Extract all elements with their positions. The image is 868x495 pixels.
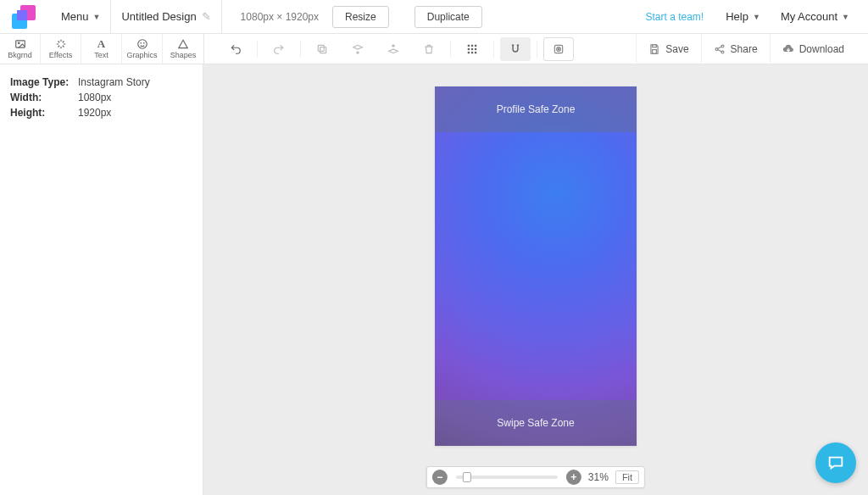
layer-down-button[interactable] bbox=[342, 37, 373, 61]
tab-text[interactable]: A Text bbox=[81, 34, 122, 64]
doc-title-text: Untitled Design bbox=[121, 10, 196, 23]
svg-rect-14 bbox=[471, 51, 473, 53]
image-icon bbox=[14, 38, 26, 50]
tab-shapes[interactable]: Shapes bbox=[163, 34, 203, 64]
body-area: Image Type: Instagram Story Width: 1080p… bbox=[0, 64, 868, 495]
svg-point-18 bbox=[558, 48, 559, 50]
zoom-slider[interactable] bbox=[456, 476, 558, 479]
layer-up-button[interactable] bbox=[378, 37, 409, 61]
tab-label: Text bbox=[94, 51, 108, 59]
account-label: My Account bbox=[781, 10, 837, 23]
dimensions-group: 1080px × 1920px Resize bbox=[221, 0, 399, 34]
prop-label: Image Type: bbox=[10, 76, 78, 88]
share-label: Share bbox=[731, 43, 758, 55]
save-label: Save bbox=[665, 43, 688, 55]
snap-button[interactable] bbox=[500, 37, 531, 61]
save-button[interactable]: Save bbox=[636, 34, 700, 64]
svg-rect-10 bbox=[468, 47, 470, 49]
download-button[interactable]: Download bbox=[770, 34, 856, 64]
design-canvas[interactable]: Profile Safe Zone Swipe Safe Zone bbox=[435, 86, 637, 446]
save-icon bbox=[648, 43, 660, 55]
share-button[interactable]: Share bbox=[701, 34, 770, 64]
download-icon bbox=[782, 43, 794, 55]
help-dropdown[interactable]: Help ▼ bbox=[715, 0, 771, 34]
menu-label: Menu bbox=[61, 10, 89, 23]
svg-rect-13 bbox=[468, 51, 470, 53]
copy-button[interactable] bbox=[307, 37, 337, 61]
right-toolbar: Save Share Download bbox=[636, 34, 868, 64]
share-icon bbox=[714, 43, 726, 55]
svg-point-1 bbox=[18, 42, 19, 44]
prop-value: 1920px bbox=[78, 107, 111, 119]
chevron-down-icon: ▼ bbox=[753, 13, 760, 21]
svg-rect-7 bbox=[468, 44, 470, 46]
zoom-in-button[interactable]: + bbox=[566, 470, 581, 485]
prop-width: Width: 1080px bbox=[10, 92, 192, 103]
tab-label: Bkgrnd bbox=[8, 51, 32, 59]
svg-point-3 bbox=[140, 43, 141, 44]
safe-zone-label: Swipe Safe Zone bbox=[497, 417, 574, 429]
tab-label: Shapes bbox=[170, 51, 197, 59]
tab-label: Graphics bbox=[126, 51, 157, 59]
svg-rect-6 bbox=[318, 45, 324, 51]
undo-button[interactable] bbox=[220, 37, 251, 61]
tab-graphics[interactable]: Graphics bbox=[122, 34, 163, 64]
text-icon: A bbox=[97, 38, 105, 50]
sparkle-icon bbox=[55, 38, 67, 50]
svg-rect-19 bbox=[653, 44, 657, 47]
tab-effects[interactable]: Effects bbox=[41, 34, 81, 64]
help-label: Help bbox=[726, 10, 748, 23]
tab-label: Effects bbox=[49, 51, 72, 59]
safezone-button[interactable] bbox=[543, 37, 574, 61]
svg-rect-8 bbox=[471, 44, 473, 46]
svg-rect-9 bbox=[475, 44, 476, 46]
prop-height: Height: 1920px bbox=[10, 107, 192, 119]
menu-dropdown[interactable]: Menu ▼ bbox=[51, 0, 110, 34]
grid-button[interactable] bbox=[457, 37, 487, 61]
profile-safe-zone: Profile Safe Zone bbox=[435, 86, 637, 132]
svg-rect-11 bbox=[471, 47, 473, 49]
svg-rect-15 bbox=[475, 51, 476, 53]
swipe-safe-zone: Swipe Safe Zone bbox=[435, 400, 637, 446]
tab-bkgrnd[interactable]: Bkgrnd bbox=[0, 34, 41, 64]
chat-icon bbox=[826, 453, 845, 472]
help-chat-button[interactable] bbox=[815, 442, 856, 483]
prop-value: 1080px bbox=[78, 92, 111, 103]
toolbar: Bkgrnd Effects A Text Graphics Shapes bbox=[0, 34, 868, 64]
zoom-value: 31% bbox=[588, 471, 609, 483]
svg-point-4 bbox=[143, 43, 144, 44]
duplicate-button[interactable]: Duplicate bbox=[415, 6, 482, 28]
mid-toolbar bbox=[204, 34, 576, 64]
prop-label: Width: bbox=[10, 92, 78, 103]
prop-image-type: Image Type: Instagram Story bbox=[10, 76, 192, 88]
top-header: Menu ▼ Untitled Design ✎ 1080px × 1920px… bbox=[0, 0, 868, 34]
start-team-link[interactable]: Start a team! bbox=[634, 11, 716, 23]
doc-title-button[interactable]: Untitled Design ✎ bbox=[110, 0, 220, 34]
redo-button[interactable] bbox=[264, 37, 294, 61]
svg-rect-5 bbox=[320, 47, 326, 53]
safe-zone-label: Profile Safe Zone bbox=[497, 103, 576, 115]
chevron-down-icon: ▼ bbox=[842, 13, 849, 21]
app-logo bbox=[12, 5, 36, 29]
properties-panel: Image Type: Instagram Story Width: 1080p… bbox=[0, 64, 203, 495]
delete-button[interactable] bbox=[414, 37, 444, 61]
zoom-fit-button[interactable]: Fit bbox=[615, 470, 639, 484]
account-dropdown[interactable]: My Account ▼ bbox=[771, 0, 860, 34]
canvas-area[interactable]: Profile Safe Zone Swipe Safe Zone − + 31… bbox=[203, 64, 868, 495]
prop-value: Instagram Story bbox=[78, 76, 150, 88]
left-tool-tabs: Bkgrnd Effects A Text Graphics Shapes bbox=[0, 34, 204, 64]
svg-rect-12 bbox=[475, 47, 476, 49]
svg-rect-20 bbox=[653, 49, 657, 53]
prop-label: Height: bbox=[10, 107, 78, 119]
dimensions-text: 1080px × 1920px bbox=[232, 11, 327, 23]
svg-point-2 bbox=[137, 40, 147, 49]
download-label: Download bbox=[799, 43, 844, 55]
pencil-icon: ✎ bbox=[202, 10, 211, 23]
zoom-out-button[interactable]: − bbox=[432, 470, 448, 485]
zoom-controls: − + 31% Fit bbox=[426, 466, 645, 488]
chevron-down-icon: ▼ bbox=[93, 13, 101, 21]
smiley-icon bbox=[136, 38, 148, 50]
resize-button[interactable]: Resize bbox=[332, 6, 389, 28]
zoom-thumb[interactable] bbox=[463, 472, 471, 482]
triangle-icon bbox=[177, 38, 189, 50]
